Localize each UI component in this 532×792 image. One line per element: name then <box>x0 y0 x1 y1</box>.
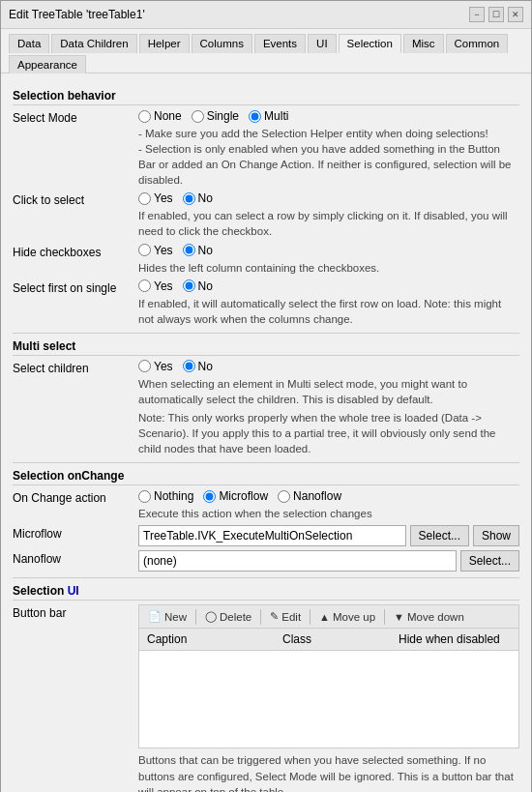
click-to-select-label: Click to select <box>13 191 138 207</box>
on-change-nanoflow[interactable]: Nanoflow <box>278 489 341 503</box>
select-first-radio-group: Yes No <box>138 279 519 293</box>
select-children-yes[interactable]: Yes <box>138 360 173 373</box>
separator-3 <box>13 577 519 578</box>
col-caption: Caption <box>139 631 275 648</box>
microflow-input[interactable] <box>138 525 406 546</box>
microflow-input-row: Select... Show <box>138 525 519 546</box>
on-change-action-row: On Change action Nothing Microflow Nanof… <box>13 489 519 521</box>
select-first-hint: If enabled, it will automatically select… <box>138 296 519 327</box>
tab-common[interactable]: Common <box>446 34 509 53</box>
section-selection-ui: Selection UI <box>13 584 519 601</box>
click-to-select-yes[interactable]: Yes <box>138 191 173 205</box>
hide-checkboxes-row: Hide checkboxes Yes No Hides the left co… <box>13 244 519 276</box>
button-bar-toolbar: 📄 New ◯ Delete ✎ Edit ▲ <box>138 604 519 628</box>
move-up-button[interactable]: ▲ Move up <box>314 609 380 625</box>
table-header: Caption Class Hide when disabled <box>139 629 518 651</box>
click-to-select-radio-group: Yes No <box>138 191 519 205</box>
select-mode-radio-group: None Single Multi <box>138 109 519 123</box>
tab-helper[interactable]: Helper <box>139 34 190 53</box>
select-first-yes[interactable]: Yes <box>138 279 173 293</box>
main-window: Edit TreeTable 'treeTable1' − ☐ ✕ Data D… <box>0 0 532 792</box>
hide-checkboxes-hint: Hides the left column containing the che… <box>138 260 519 276</box>
col-hide-disabled: Hide when disabled <box>391 631 518 648</box>
content-area: Selection behavior Select Mode None Sing… <box>1 73 531 792</box>
move-down-button[interactable]: ▼ Move down <box>389 609 469 625</box>
button-bar-table: Caption Class Hide when disabled <box>138 628 519 748</box>
toolbar-sep-4 <box>384 609 385 625</box>
tab-columns[interactable]: Columns <box>192 34 252 53</box>
click-to-select-content: Yes No If enabled, you can select a row … <box>138 191 519 239</box>
hide-checkboxes-radio-group: Yes No <box>138 244 519 257</box>
separator-1 <box>13 333 519 334</box>
tab-data-children[interactable]: Data Children <box>51 34 136 53</box>
button-bar-row: Button bar 📄 New ◯ Delete ✎ <box>13 604 519 792</box>
minimize-button[interactable]: − <box>469 7 485 22</box>
select-first-no[interactable]: No <box>183 279 213 293</box>
click-to-select-row: Click to select Yes No If enabled, you c… <box>13 191 519 239</box>
col-class: Class <box>275 631 391 648</box>
edit-icon: ✎ <box>270 610 279 623</box>
microflow-show-button[interactable]: Show <box>473 525 519 546</box>
button-bar-content: 📄 New ◯ Delete ✎ Edit ▲ <box>138 604 519 792</box>
click-to-select-hint: If enabled, you can select a row by simp… <box>138 208 519 239</box>
nanoflow-input[interactable] <box>138 550 457 572</box>
microflow-select-button[interactable]: Select... <box>410 525 469 546</box>
delete-button[interactable]: ◯ Delete <box>200 608 256 625</box>
on-change-hint: Execute this action when the selection c… <box>138 506 519 521</box>
button-bar-hint: Buttons that can be triggered when you h… <box>138 752 519 792</box>
select-children-note: Note: This only works properly when the … <box>138 410 519 456</box>
select-mode-none[interactable]: None <box>138 109 182 123</box>
hide-checkboxes-no[interactable]: No <box>183 244 213 257</box>
select-first-row: Select first on single Yes No If enabled… <box>13 279 519 327</box>
toolbar-sep-2 <box>260 609 261 625</box>
on-change-microflow[interactable]: Microflow <box>203 489 268 503</box>
hide-checkboxes-content: Yes No Hides the left column containing … <box>138 244 519 276</box>
select-mode-label: Select Mode <box>13 109 138 125</box>
maximize-button[interactable]: ☐ <box>488 7 504 22</box>
select-first-content: Yes No If enabled, it will automatically… <box>138 279 519 327</box>
on-change-action-content: Nothing Microflow Nanoflow Execute this … <box>138 489 519 521</box>
close-button[interactable]: ✕ <box>508 7 523 22</box>
select-children-hint: When selecting an element in Multi selec… <box>138 376 519 407</box>
new-button[interactable]: 📄 New <box>143 608 192 625</box>
tab-events[interactable]: Events <box>254 34 306 53</box>
select-mode-single[interactable]: Single <box>192 109 239 123</box>
select-children-content: Yes No When selecting an element in Mult… <box>138 360 519 456</box>
hide-checkboxes-label: Hide checkboxes <box>13 244 138 259</box>
move-down-icon: ▼ <box>394 611 404 623</box>
select-mode-row: Select Mode None Single Multi - Make sur… <box>13 109 519 188</box>
select-mode-content: None Single Multi - Make sure you add th… <box>138 109 519 188</box>
edit-button[interactable]: ✎ Edit <box>265 608 306 625</box>
click-to-select-no[interactable]: No <box>183 191 213 205</box>
tab-misc[interactable]: Misc <box>403 34 444 53</box>
tab-appearance[interactable]: Appearance <box>9 55 86 73</box>
tab-ui[interactable]: UI <box>308 34 337 53</box>
title-bar: Edit TreeTable 'treeTable1' − ☐ ✕ <box>1 1 531 29</box>
select-mode-multi[interactable]: Multi <box>249 109 288 123</box>
select-children-row: Select children Yes No When selecting an… <box>13 360 519 456</box>
hide-checkboxes-yes[interactable]: Yes <box>138 244 173 257</box>
toolbar-sep-3 <box>310 609 310 625</box>
nanoflow-row: Nanoflow Select... <box>13 550 519 572</box>
select-children-label: Select children <box>13 360 138 375</box>
window-title: Edit TreeTable 'treeTable1' <box>9 8 145 21</box>
on-change-nothing[interactable]: Nothing <box>138 489 193 503</box>
table-body <box>139 651 518 748</box>
tab-data[interactable]: Data <box>9 34 49 53</box>
select-mode-hint: - Make sure you add the Selection Helper… <box>138 126 519 188</box>
nanoflow-select-button[interactable]: Select... <box>460 550 519 572</box>
microflow-content: Select... Show <box>138 525 519 546</box>
tab-selection[interactable]: Selection <box>339 34 401 53</box>
nanoflow-input-row: Select... <box>138 550 519 572</box>
on-change-action-radio-group: Nothing Microflow Nanoflow <box>138 489 519 503</box>
title-controls: − ☐ ✕ <box>469 7 523 22</box>
on-change-action-label: On Change action <box>13 489 138 505</box>
microflow-row: Microflow Select... Show <box>13 525 519 546</box>
new-icon: 📄 <box>148 610 162 623</box>
select-children-no[interactable]: No <box>183 360 213 373</box>
microflow-label: Microflow <box>13 525 138 541</box>
toolbar-sep-1 <box>195 609 196 625</box>
section-selection-onchange: Selection onChange <box>13 469 519 485</box>
section-multi-select: Multi select <box>13 339 519 356</box>
delete-icon: ◯ <box>205 610 217 623</box>
